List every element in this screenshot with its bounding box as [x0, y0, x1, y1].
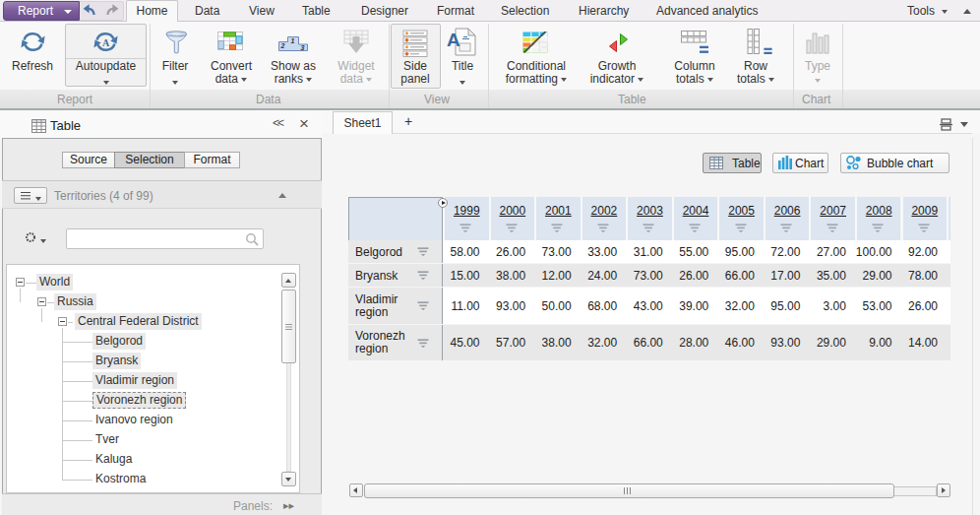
- svg-text:2: 2: [280, 42, 285, 49]
- svg-text:A: A: [102, 37, 110, 48]
- svg-text:A: A: [447, 30, 460, 50]
- svg-text:1: 1: [291, 37, 295, 44]
- svg-text:3: 3: [301, 44, 305, 51]
